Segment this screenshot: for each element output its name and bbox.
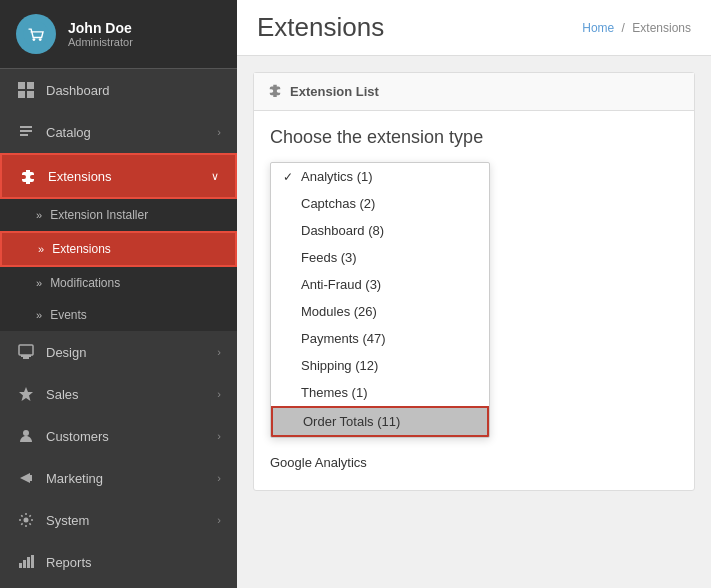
double-arrow-icon: » xyxy=(36,309,42,321)
breadcrumb: Home / Extensions xyxy=(582,21,691,35)
user-name: John Doe xyxy=(68,20,133,36)
sidebar-item-marketing[interactable]: Marketing › xyxy=(0,457,237,499)
double-arrow-icon: » xyxy=(36,209,42,221)
sidebar-item-catalog[interactable]: Catalog › xyxy=(0,111,237,153)
chevron-down-icon: ∨ xyxy=(211,170,219,183)
dropdown-item[interactable]: Modules (26) xyxy=(271,298,489,325)
dropdown-item-label: Dashboard (8) xyxy=(301,223,384,238)
sidebar-item-label: Dashboard xyxy=(46,83,221,98)
page-title: Extensions xyxy=(257,12,384,43)
dropdown-list[interactable]: ✓Analytics (1)Captchas (2)Dashboard (8)F… xyxy=(270,162,490,438)
panel-header-label: Extension List xyxy=(290,84,379,99)
sidebar-item-label: Extensions xyxy=(52,242,111,256)
dropdown-item[interactable]: Shipping (12) xyxy=(271,352,489,379)
checkmark-icon: ✓ xyxy=(283,170,295,184)
svg-rect-11 xyxy=(30,475,32,481)
sidebar-item-label: Extension Installer xyxy=(50,208,148,222)
sidebar-item-dashboard[interactable]: Dashboard xyxy=(0,69,237,111)
chevron-right-icon: › xyxy=(217,388,221,400)
extension-list-panel: Extension List Choose the extension type… xyxy=(253,72,695,491)
panel-header: Extension List xyxy=(254,73,694,111)
svg-rect-5 xyxy=(18,91,25,98)
dropdown-item-label: Payments (47) xyxy=(301,331,386,346)
sidebar-item-sales[interactable]: Sales › xyxy=(0,373,237,415)
dropdown-item-label: Analytics (1) xyxy=(301,169,373,184)
dropdown-item-label: Shipping (12) xyxy=(301,358,378,373)
top-bar: Extensions Home / Extensions xyxy=(237,0,711,56)
sidebar-item-label: Modifications xyxy=(50,276,120,290)
design-icon xyxy=(16,342,36,362)
sidebar-item-extensions[interactable]: Extensions ∨ xyxy=(0,153,237,199)
user-info: John Doe Administrator xyxy=(68,20,133,48)
extensions-subnav: » Extension Installer » Extensions » Mod… xyxy=(0,199,237,331)
sidebar-item-label: Catalog xyxy=(46,125,217,140)
chevron-right-icon: › xyxy=(217,514,221,526)
sidebar-item-label: Marketing xyxy=(46,471,217,486)
breadcrumb-home[interactable]: Home xyxy=(582,21,614,35)
dropdown-item[interactable]: Payments (47) xyxy=(271,325,489,352)
sidebar-item-label: Design xyxy=(46,345,217,360)
dropdown-item[interactable]: Order Totals (11) xyxy=(271,406,489,437)
sidebar-item-design[interactable]: Design › xyxy=(0,331,237,373)
reports-icon xyxy=(16,552,36,572)
marketing-icon xyxy=(16,468,36,488)
svg-rect-4 xyxy=(27,82,34,89)
sidebar-item-customers[interactable]: Customers › xyxy=(0,415,237,457)
chevron-right-icon: › xyxy=(217,126,221,138)
dropdown-item-label: Feeds (3) xyxy=(301,250,357,265)
dropdown-item[interactable]: Anti-Fraud (3) xyxy=(271,271,489,298)
sidebar-item-label: Extensions xyxy=(48,169,211,184)
sidebar-item-extensions-sub[interactable]: » Extensions xyxy=(0,231,237,267)
svg-rect-14 xyxy=(23,560,26,568)
breadcrumb-current: Extensions xyxy=(632,21,691,35)
svg-rect-3 xyxy=(18,82,25,89)
svg-point-1 xyxy=(33,38,36,41)
chevron-right-icon: › xyxy=(217,472,221,484)
dropdown-item-label: Anti-Fraud (3) xyxy=(301,277,381,292)
dropdown-item[interactable]: ✓Analytics (1) xyxy=(271,163,489,190)
svg-rect-13 xyxy=(19,563,22,568)
sidebar-item-reports[interactable]: Reports xyxy=(0,541,237,583)
panel-body: Choose the extension type ✓Analytics (1)… xyxy=(254,111,694,490)
result-text: Google Analytics xyxy=(270,451,678,474)
extension-type-dropdown[interactable]: ✓Analytics (1)Captchas (2)Dashboard (8)F… xyxy=(270,162,490,438)
dropdown-item[interactable]: Dashboard (8) xyxy=(271,217,489,244)
double-arrow-icon: » xyxy=(36,277,42,289)
sidebar-item-label: Events xyxy=(50,308,87,322)
user-role: Administrator xyxy=(68,36,133,48)
sidebar-item-label: System xyxy=(46,513,217,528)
avatar xyxy=(16,14,56,54)
sidebar-item-label: Sales xyxy=(46,387,217,402)
customers-icon xyxy=(16,426,36,446)
svg-point-2 xyxy=(39,38,42,41)
system-icon xyxy=(16,510,36,530)
svg-rect-6 xyxy=(27,91,34,98)
catalog-icon xyxy=(16,122,36,142)
result-area: Google Analytics xyxy=(270,451,678,474)
breadcrumb-separator: / xyxy=(622,21,625,35)
main-content: Extensions Home / Extensions Extension L… xyxy=(237,0,711,588)
chevron-right-icon: › xyxy=(217,430,221,442)
double-arrow-icon: » xyxy=(38,243,44,255)
svg-point-12 xyxy=(24,518,29,523)
svg-rect-15 xyxy=(27,557,30,568)
choose-extension-type-label: Choose the extension type xyxy=(270,127,678,148)
dropdown-item[interactable]: Captchas (2) xyxy=(271,190,489,217)
svg-point-10 xyxy=(23,430,29,436)
sidebar-item-system[interactable]: System › xyxy=(0,499,237,541)
chevron-right-icon: › xyxy=(217,346,221,358)
dashboard-icon xyxy=(16,80,36,100)
dropdown-item-label: Modules (26) xyxy=(301,304,377,319)
dropdown-item[interactable]: Feeds (3) xyxy=(271,244,489,271)
user-section: John Doe Administrator xyxy=(0,0,237,69)
puzzle-icon xyxy=(268,83,282,100)
dropdown-item-label: Order Totals (11) xyxy=(303,414,400,429)
dropdown-item-label: Themes (1) xyxy=(301,385,367,400)
sidebar-item-label: Customers xyxy=(46,429,217,444)
extensions-icon xyxy=(18,166,38,186)
dropdown-item[interactable]: Themes (1) xyxy=(271,379,489,406)
content-area: Extension List Choose the extension type… xyxy=(237,56,711,588)
sidebar-item-events[interactable]: » Events xyxy=(0,299,237,331)
sidebar-item-modifications[interactable]: » Modifications xyxy=(0,267,237,299)
sidebar-item-extension-installer[interactable]: » Extension Installer xyxy=(0,199,237,231)
